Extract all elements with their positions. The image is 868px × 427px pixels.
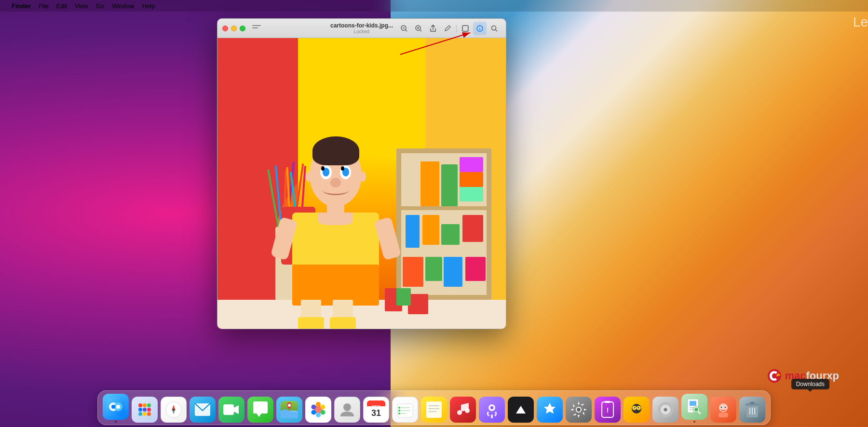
close-button[interactable] [222, 26, 228, 31]
svg-point-72 [577, 408, 581, 412]
svg-point-28 [147, 412, 151, 416]
appstore-icon [537, 397, 563, 423]
svg-point-18 [111, 405, 115, 409]
cartoon-image [217, 38, 506, 329]
dock-item-appletv[interactable] [508, 397, 534, 423]
dock-item-calendar[interactable]: 31 DEC [363, 397, 389, 423]
search-button[interactable] [488, 22, 501, 35]
dock-item-mail[interactable] [190, 397, 216, 423]
dock-item-messages[interactable] [247, 397, 273, 423]
minimize-button[interactable] [231, 26, 237, 31]
svg-rect-61 [426, 401, 442, 418]
menubar-help[interactable]: Help [142, 2, 155, 10]
window-title: cartoons-for-kids.jpg... Locked [330, 22, 393, 34]
svg-rect-69 [491, 414, 493, 418]
dock-item-facetime[interactable] [218, 397, 244, 423]
dock-item-contacts[interactable] [334, 397, 360, 423]
preview-app-icon [681, 394, 707, 420]
maximize-button[interactable] [240, 26, 245, 31]
svg-point-68 [490, 406, 493, 409]
menubar-edit[interactable]: Edit [56, 2, 67, 10]
dock-item-notes[interactable] [421, 397, 447, 423]
dock-item-launchpad[interactable] [132, 397, 158, 423]
markup-button[interactable] [441, 22, 454, 35]
svg-line-6 [420, 30, 421, 31]
dock-item-appstore[interactable] [537, 397, 563, 423]
dock-item-settings[interactable] [566, 397, 592, 423]
dock-item-maps[interactable] [276, 397, 302, 423]
svg-point-80 [638, 407, 639, 409]
svg-point-44 [316, 413, 321, 417]
dock: 31 DEC [97, 390, 771, 425]
svg-point-10 [492, 26, 496, 30]
svg-point-21 [143, 403, 147, 407]
settings-icon [566, 397, 592, 423]
facetime-icon [218, 397, 244, 423]
dock-item-diskutil[interactable] [652, 397, 678, 423]
downloads-tooltip: Downloads [791, 379, 829, 389]
zoom-out-button[interactable] [397, 22, 411, 35]
dock-item-photos[interactable] [305, 397, 331, 423]
svg-point-33 [173, 409, 175, 411]
dock-item-finder[interactable] [103, 394, 129, 423]
svg-rect-100 [719, 413, 728, 417]
dock-item-char3[interactable] [710, 397, 736, 423]
svg-point-79 [634, 407, 636, 409]
svg-rect-89 [690, 401, 696, 406]
dock-item-preview[interactable] [681, 394, 707, 423]
svg-point-24 [143, 408, 147, 412]
menubar-window[interactable]: Window [112, 2, 134, 10]
svg-rect-35 [223, 404, 234, 415]
menubar-file[interactable]: File [39, 2, 49, 10]
bezel-icon: ! [595, 397, 621, 423]
dock-item-bezel[interactable]: ! [595, 397, 621, 423]
svg-point-99 [725, 407, 726, 408]
svg-point-98 [721, 407, 722, 408]
dock-item-safari[interactable] [161, 397, 187, 423]
svg-point-22 [147, 403, 151, 407]
svg-point-87 [665, 409, 666, 411]
dock-container: 31 DEC [97, 390, 771, 425]
window-titlebar: cartoons-for-kids.jpg... Locked i [217, 19, 506, 38]
svg-point-66 [465, 408, 470, 413]
dock-item-podcasts[interactable] [479, 397, 505, 423]
dock-item-agent[interactable] [624, 397, 650, 423]
window-mode-button[interactable] [459, 22, 472, 35]
menubar-go[interactable]: Go [96, 2, 104, 10]
info-button[interactable]: i [473, 22, 487, 35]
menubar: Finder File Edit View Go Window Help [0, 0, 868, 12]
svg-point-25 [147, 408, 151, 412]
trash-icon [739, 397, 765, 423]
svg-point-41 [316, 402, 321, 407]
dock-item-music[interactable] [450, 397, 476, 423]
dock-item-trash[interactable] [739, 397, 765, 423]
corner-text: Le [853, 14, 868, 30]
contacts-icon [334, 397, 360, 423]
messages-icon [247, 397, 273, 423]
svg-point-27 [143, 412, 147, 416]
svg-point-23 [138, 408, 142, 412]
preview-window: cartoons-for-kids.jpg... Locked i [217, 18, 506, 329]
svg-point-39 [288, 404, 291, 407]
zoom-in-button[interactable] [412, 22, 425, 35]
finder-icon [103, 394, 129, 420]
toolbar-buttons: i [397, 22, 501, 35]
svg-point-19 [116, 405, 120, 409]
dock-item-reminders[interactable] [392, 397, 418, 423]
menubar-view[interactable]: View [75, 2, 88, 10]
appletv-icon [508, 397, 534, 423]
svg-text:i: i [479, 27, 481, 31]
safari-icon [161, 397, 187, 423]
menubar-finder[interactable]: Finder [12, 2, 31, 10]
calendar-icon: 31 DEC [363, 397, 389, 423]
notes-icon [421, 397, 447, 423]
svg-line-2 [406, 30, 407, 31]
svg-point-47 [315, 406, 322, 413]
svg-text:!: ! [607, 406, 609, 414]
share-button[interactable] [426, 22, 440, 35]
toolbar-divider [456, 25, 457, 32]
svg-point-65 [457, 410, 462, 415]
launchpad-icon [132, 397, 158, 423]
svg-text:31: 31 [371, 408, 381, 418]
sidebar-toggle[interactable] [252, 25, 261, 32]
